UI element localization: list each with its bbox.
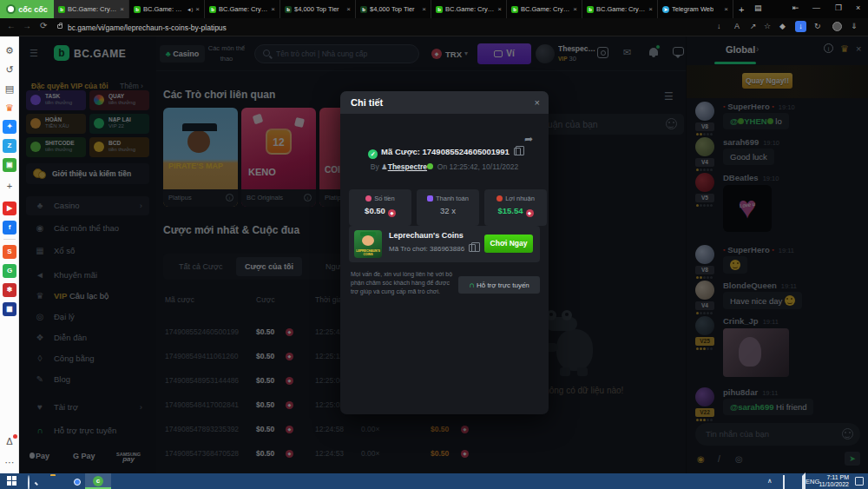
- verified-check-icon: ✓: [368, 149, 378, 159]
- volume-icon[interactable]: [799, 472, 806, 489]
- coccoc-taskbar-icon[interactable]: c: [93, 476, 103, 486]
- rewards-crown-icon[interactable]: ♛: [3, 101, 16, 115]
- tab-title: $4,000 Top Tier: [370, 5, 415, 13]
- shopee-icon[interactable]: S: [3, 245, 16, 259]
- shop-icon[interactable]: G: [3, 264, 16, 278]
- tab-close-icon[interactable]: ×: [271, 5, 275, 13]
- clock-time: 7:11 PM: [826, 474, 849, 480]
- screen: cốc cốc bBC.Game: Crypto× bBC.Game: Cry◄…: [0, 0, 868, 489]
- profile-avatar-icon[interactable]: [832, 22, 842, 31]
- translate-icon[interactable]: A: [734, 22, 740, 30]
- tab-close-icon[interactable]: ×: [120, 5, 124, 13]
- mwg-icon[interactable]: ▦: [3, 302, 16, 316]
- tab-close-icon[interactable]: ×: [573, 5, 577, 13]
- window-restore-button[interactable]: ❐: [835, 3, 842, 12]
- zalo-icon[interactable]: Z: [3, 139, 16, 153]
- live-support-button[interactable]: ∩ Hỗ trợ trực tuyến: [458, 276, 540, 294]
- add-shortcut-icon[interactable]: +: [3, 179, 16, 193]
- downloads-tray-icon[interactable]: ⇓: [851, 22, 858, 30]
- bcgame-app: ☰ b BC.GAME Đặc quyền VIP của tôi Thêm ›…: [19, 36, 868, 473]
- tab-title: BC.Game: Crypto: [445, 5, 495, 13]
- sidebar-collapse-icon[interactable]: ⇤: [792, 3, 799, 12]
- game-id-row: Mã Trò chơi: 386963886: [389, 244, 476, 253]
- tab-close-icon[interactable]: ×: [724, 5, 728, 13]
- bcgame-favicon: b: [58, 6, 65, 13]
- modal-close-icon[interactable]: ×: [535, 91, 540, 114]
- feed-icon[interactable]: ▤: [3, 82, 16, 96]
- download-manager-icon[interactable]: ↓: [795, 21, 806, 32]
- new-tab-button[interactable]: +: [739, 4, 744, 15]
- action-center-icon[interactable]: [855, 477, 864, 486]
- share-arrow-icon[interactable]: ➦: [524, 133, 533, 145]
- browser-tab[interactable]: bBC.Game: Crypto×: [431, 0, 507, 18]
- tab-title: Telegram Web: [672, 5, 713, 13]
- tab-title: BC.Game: Crypto: [219, 5, 268, 13]
- browser-tab[interactable]: b$4,000 Top Tier×: [280, 0, 356, 18]
- taskbar-search-icon[interactable]: [28, 475, 30, 489]
- more-options-icon[interactable]: ⋯: [3, 455, 16, 469]
- taskbar-clock[interactable]: 7:11 PM11/10/2022: [807, 474, 849, 488]
- stat-profit: Lợi nhuận $15.54◆: [484, 189, 547, 226]
- store-icon[interactable]: ❄: [3, 283, 16, 297]
- modal-title: Chi tiết: [351, 97, 383, 108]
- tab-close-icon[interactable]: ×: [195, 5, 200, 13]
- reload-icon[interactable]: ⟳: [40, 21, 47, 30]
- network-icon[interactable]: [783, 475, 785, 489]
- tab-close-icon[interactable]: ×: [648, 5, 653, 13]
- start-button[interactable]: [7, 476, 16, 486]
- coccoc-menu-button[interactable]: cốc cốc: [0, 0, 54, 18]
- url-input[interactable]: [68, 21, 554, 34]
- game-panel: LEPRECHAUN'S COINS Leprechaun's Coins Mã…: [349, 226, 540, 262]
- history-icon[interactable]: ↺: [3, 63, 16, 76]
- youtube-icon[interactable]: ▶: [3, 202, 16, 215]
- window-close-button[interactable]: ×: [856, 3, 860, 12]
- bet-meta-row: By ♟Thespectre On 12:25:42, 10/11/2022: [340, 162, 549, 171]
- browser-tab[interactable]: bBC.Game: Crypto×: [507, 0, 582, 18]
- bcgame-favicon: b: [436, 6, 443, 13]
- copy-icon[interactable]: [514, 148, 521, 155]
- coccoc-brand-label: cốc cốc: [18, 5, 48, 14]
- bcgame-favicon: b: [360, 6, 367, 13]
- browser-tab[interactable]: bBC.Game: Crypto×: [205, 0, 280, 18]
- browser-tab[interactable]: bBC.Game: Crypto×: [54, 0, 129, 18]
- headset-icon: ∩: [469, 281, 475, 289]
- window-minimize-button[interactable]: —: [812, 3, 820, 12]
- facebook-icon[interactable]: f: [3, 221, 16, 235]
- back-icon[interactable]: ←: [7, 21, 16, 30]
- notification-bell-icon[interactable]: Δ: [3, 434, 16, 448]
- bet-id-row: ✓Mã Cược: 1749085524605001991: [340, 147, 549, 159]
- lock-icon[interactable]: [57, 24, 62, 29]
- tab-title: BC.Game: Crypto: [596, 5, 646, 13]
- play-now-button[interactable]: Chơi Ngay: [484, 235, 533, 253]
- forward-icon[interactable]: →: [23, 21, 31, 30]
- tab-title: BC.Game: Crypto: [521, 5, 570, 13]
- messenger-icon[interactable]: ✦: [3, 120, 16, 134]
- bcgame-favicon: b: [134, 6, 141, 13]
- copy-icon[interactable]: [469, 244, 476, 252]
- tray-expand-caret[interactable]: ∧: [767, 477, 773, 485]
- bcgame-favicon: b: [209, 6, 216, 13]
- game-thumbnail[interactable]: LEPRECHAUN'S COINS: [354, 230, 382, 258]
- bet-detail-modal: Chi tiết× ➦ ✓Mã Cược: 174908552460500199…: [340, 91, 549, 414]
- browser-tab[interactable]: ➤Telegram Web×: [658, 0, 733, 18]
- tab-close-icon[interactable]: ×: [497, 5, 502, 13]
- tab-search-icon[interactable]: ▤: [754, 3, 762, 12]
- settings-gear-icon[interactable]: ⚙: [3, 43, 16, 57]
- tab-close-icon[interactable]: ×: [346, 5, 351, 13]
- telegram-favicon: ➤: [662, 6, 669, 13]
- browser-tab[interactable]: bBC.Game: Cry◄)×: [129, 0, 205, 18]
- notification-badge: [13, 434, 17, 439]
- player-link[interactable]: Thespectre: [388, 162, 427, 171]
- sync-icon[interactable]: ↻: [814, 22, 821, 30]
- tab-close-icon[interactable]: ×: [422, 5, 426, 13]
- tab-audio-icon[interactable]: ◄): [187, 7, 193, 12]
- games-gamepad-icon[interactable]: ▣: [3, 158, 16, 172]
- share-icon[interactable]: ↗: [750, 22, 757, 30]
- browser-tab[interactable]: b$4,000 Top Tier×: [356, 0, 431, 18]
- adblock-shield-icon[interactable]: ◆: [779, 22, 786, 30]
- save-page-icon[interactable]: ↓: [717, 22, 721, 30]
- browser-tab[interactable]: bBC.Game: Crypto×: [582, 0, 658, 18]
- game-id-value: 386963886: [430, 245, 464, 253]
- stat-payout: Thanh toán 32 x: [417, 189, 479, 226]
- bookmark-star-icon[interactable]: ☆: [764, 22, 771, 30]
